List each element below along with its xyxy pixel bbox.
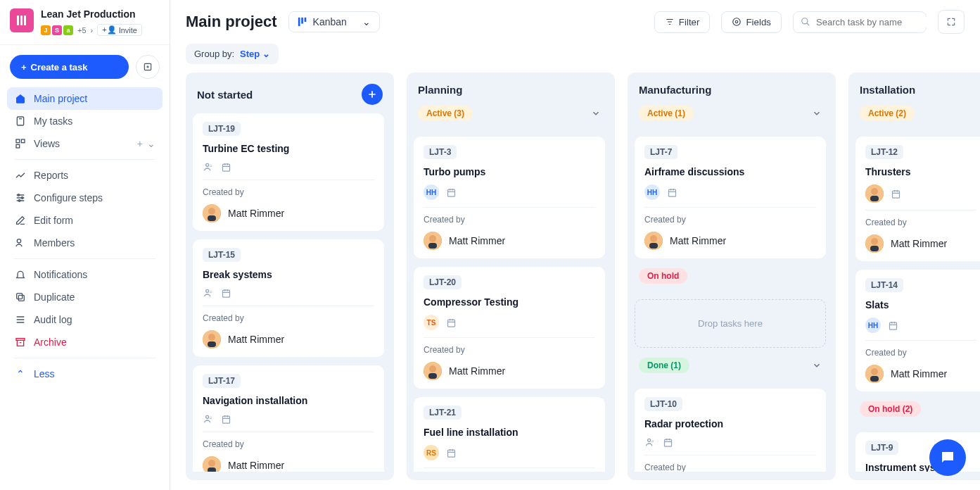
task-card[interactable]: LJT-3 Turbo pumps HH Created by Matt Rim… <box>414 137 605 258</box>
view-mode-select[interactable]: Kanban ⌄ <box>288 11 380 32</box>
svg-rect-25 <box>208 215 216 221</box>
svg-point-42 <box>429 365 436 372</box>
sidebar-item-views[interactable]: Views +⌄ <box>7 132 163 155</box>
task-card[interactable]: LJT-10 Radar protection Created by Matt … <box>635 389 826 472</box>
add-assignee-icon[interactable] <box>203 161 214 172</box>
chevron-down-icon[interactable] <box>812 108 822 118</box>
task-card[interactable]: LJT-12 Thrusters Created by Matt Rimmer <box>855 137 980 261</box>
sidebar-item-audit-log[interactable]: Audit log <box>7 308 163 331</box>
create-task-button[interactable]: + Create a task <box>10 55 129 79</box>
svg-point-11 <box>17 239 20 243</box>
filter-button[interactable]: Filter <box>654 11 711 33</box>
add-assignee-icon[interactable] <box>644 436 656 448</box>
assignee-chip[interactable]: RS <box>424 445 439 460</box>
plus-icon[interactable]: + <box>137 138 143 149</box>
assignee-chip[interactable]: HH <box>865 318 881 333</box>
workspace-title: Lean Jet Production <box>41 8 160 20</box>
task-tag: LJT-19 <box>203 122 241 136</box>
assignee-avatar[interactable] <box>865 184 884 203</box>
created-by-label: Created by <box>203 187 374 197</box>
task-card[interactable]: LJT-15 Break systems Created by Matt Rim… <box>193 239 384 357</box>
workspace-header: Lean Jet Production J S a +5 › +👤Invite <box>0 8 170 45</box>
sidebar-item-my-tasks[interactable]: My tasks <box>7 110 163 132</box>
assignee-chip[interactable]: HH <box>644 184 660 200</box>
calendar-icon[interactable] <box>446 187 457 198</box>
fields-button[interactable]: Fields <box>721 11 782 33</box>
svg-rect-16 <box>301 18 303 24</box>
task-card[interactable]: LJT-17 Navigation installation Created b… <box>193 365 384 472</box>
calendar-icon[interactable] <box>221 162 231 172</box>
invite-button[interactable]: +👤Invite <box>97 24 142 36</box>
created-by-label: Created by <box>644 215 816 225</box>
workspace-logo <box>10 8 34 32</box>
clipboard-icon <box>14 115 27 127</box>
status-group-header[interactable]: Active (1) <box>635 104 826 128</box>
svg-point-58 <box>871 188 878 195</box>
calendar-icon[interactable] <box>446 318 457 328</box>
search-box[interactable] <box>793 11 927 33</box>
sidebar-item-notifications[interactable]: Notifications <box>7 263 163 286</box>
sidebar-item-duplicate[interactable]: Duplicate <box>7 286 163 308</box>
workspace-more-count[interactable]: +5 <box>77 26 87 34</box>
task-title: Turbine EC testing <box>203 143 374 154</box>
sidebar-item-configure-steps[interactable]: Configure steps <box>7 187 163 209</box>
add-assignee-icon[interactable] <box>203 287 214 299</box>
add-task-button[interactable] <box>362 84 383 105</box>
home-icon <box>14 93 27 104</box>
calendar-icon[interactable] <box>891 189 901 199</box>
page-title: Main project <box>186 13 277 31</box>
sidebar-item-members[interactable]: Members <box>7 232 163 254</box>
chevron-down-icon[interactable]: ⌄ <box>147 138 155 149</box>
status-group-header[interactable]: Done (1) <box>635 356 826 380</box>
card-list: Active (2) LJT-12 Thrusters Created by M… <box>855 104 980 472</box>
svg-rect-53 <box>665 439 672 446</box>
svg-rect-15 <box>298 18 300 26</box>
calendar-icon[interactable] <box>888 320 898 331</box>
assignee-chip[interactable]: HH <box>424 184 439 200</box>
expand-button[interactable] <box>938 10 965 34</box>
chat-fab[interactable] <box>929 439 966 476</box>
calendar-icon[interactable] <box>221 288 231 299</box>
sidebar-item-edit-form[interactable]: Edit form <box>7 209 163 232</box>
status-group-header: On hold <box>635 267 826 291</box>
chevron-down-icon[interactable] <box>591 108 601 118</box>
sidebar-item-reports[interactable]: Reports <box>7 164 163 187</box>
svg-rect-12 <box>18 295 24 301</box>
creator-avatar <box>424 232 442 250</box>
created-by-label: Created by <box>865 348 976 358</box>
task-card[interactable]: LJT-14 Slats HH Created by Matt Rimmer <box>855 270 980 391</box>
copy-icon <box>14 291 27 303</box>
assignee-chip[interactable]: TS <box>424 315 439 330</box>
calendar-icon[interactable] <box>663 437 673 448</box>
task-card[interactable]: LJT-19 Turbine EC testing Created by Mat… <box>193 113 384 231</box>
sidebar-item-archive[interactable]: Archive <box>7 331 163 353</box>
chart-icon <box>14 170 27 181</box>
calendar-icon[interactable] <box>221 414 231 425</box>
calendar-icon[interactable] <box>667 187 677 198</box>
svg-rect-27 <box>223 290 230 297</box>
status-group-header[interactable]: Active (3) <box>414 104 605 128</box>
task-card[interactable]: LJT-7 Airframe discussions HH Created by… <box>635 137 826 258</box>
avatar-j: J <box>41 25 51 35</box>
drop-zone[interactable]: Drop tasks here <box>635 299 826 348</box>
svg-rect-63 <box>870 246 879 251</box>
svg-rect-17 <box>304 18 306 22</box>
task-card[interactable]: LJT-20 Compressor Testing TS Created by … <box>414 267 605 389</box>
group-by-control[interactable]: Group by: Step⌄ <box>186 44 279 64</box>
sidebar-item-label: Members <box>34 237 75 249</box>
add-assignee-icon[interactable] <box>203 413 214 425</box>
task-card[interactable]: LJT-21 Fuel line installation RS Created… <box>414 397 605 472</box>
calendar-icon[interactable] <box>446 448 457 458</box>
creator-avatar <box>644 232 663 250</box>
status-pill: Active (3) <box>418 106 473 121</box>
create-aux-button[interactable] <box>136 55 160 79</box>
sidebar-item-less[interactable]: ⌃ Less <box>7 363 163 385</box>
column-title: Manufacturing <box>639 84 711 96</box>
sidebar-item-main-project[interactable]: Main project <box>7 87 163 110</box>
creator-name: Matt Rimmer <box>449 365 505 377</box>
created-by-label: Created by <box>203 313 374 323</box>
search-input[interactable] <box>816 17 934 27</box>
fields-label: Fields <box>746 17 771 27</box>
kanban-column: Installation Active (2) LJT-12 Thrusters… <box>848 73 980 480</box>
chevron-down-icon[interactable] <box>812 360 822 370</box>
